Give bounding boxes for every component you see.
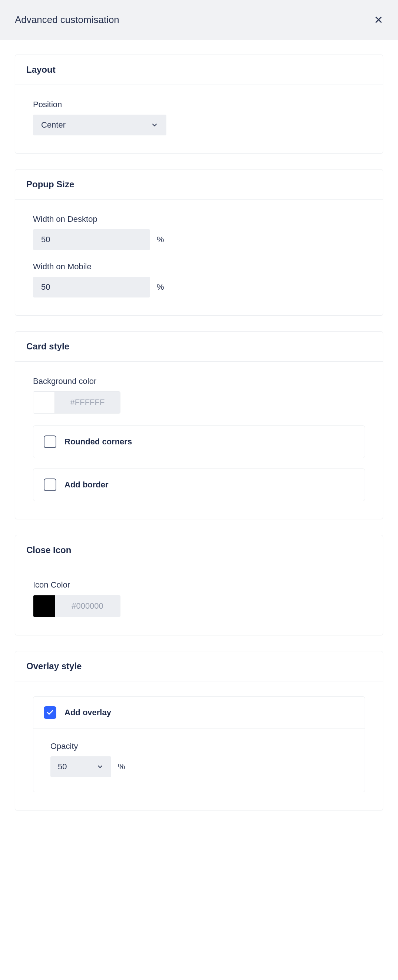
width-mobile-input[interactable] [33, 277, 150, 298]
modal-content: Layout Position Center Popup Size Width … [0, 40, 398, 833]
unit-percent: % [157, 282, 164, 292]
opacity-label: Opacity [51, 741, 347, 751]
section-title: Popup Size [26, 179, 372, 189]
chevron-down-icon [151, 121, 158, 129]
bg-color-label: Background color [33, 377, 365, 386]
position-label: Position [33, 100, 365, 110]
add-border-toggle[interactable]: Add border [33, 468, 365, 501]
popup-size-section: Popup Size Width on Desktop % Width on M… [15, 169, 383, 316]
bg-color-picker: #FFFFFF [33, 391, 121, 414]
position-select[interactable]: Center [33, 115, 166, 135]
card-style-section: Card style Background color #FFFFFF Roun… [15, 331, 383, 519]
icon-color-swatch[interactable] [33, 595, 55, 617]
opacity-value: 50 [58, 762, 96, 772]
bg-color-value[interactable]: #FFFFFF [55, 392, 120, 413]
modal-title: Advanced customisation [15, 14, 119, 25]
unit-percent: % [157, 235, 164, 245]
add-overlay-toggle[interactable]: Add overlay [33, 697, 365, 729]
section-header: Close Icon [15, 535, 383, 565]
section-header: Card style [15, 332, 383, 362]
section-title: Card style [26, 341, 372, 352]
rounded-corners-label: Rounded corners [65, 437, 132, 447]
section-header: Layout [15, 55, 383, 85]
opacity-select[interactable]: 50 [51, 756, 111, 777]
section-header: Overlay style [15, 651, 383, 681]
checkbox-icon [44, 436, 56, 448]
width-desktop-label: Width on Desktop [33, 215, 365, 224]
icon-color-value[interactable]: #000000 [55, 595, 120, 617]
position-value: Center [41, 120, 151, 130]
bg-color-swatch[interactable] [33, 392, 55, 413]
section-title: Overlay style [26, 661, 372, 671]
checkbox-checked-icon [44, 706, 56, 719]
icon-color-picker: #000000 [33, 595, 121, 617]
layout-section: Layout Position Center [15, 54, 383, 154]
close-icon-section: Close Icon Icon Color #000000 [15, 535, 383, 635]
section-title: Layout [26, 65, 372, 75]
width-desktop-input[interactable] [33, 229, 150, 250]
overlay-style-section: Overlay style Add overlay Opacity 50 [15, 651, 383, 810]
overlay-subcard: Add overlay Opacity 50 % [33, 696, 365, 792]
rounded-corners-toggle[interactable]: Rounded corners [33, 425, 365, 458]
section-header: Popup Size [15, 170, 383, 200]
width-mobile-label: Width on Mobile [33, 262, 365, 272]
add-border-label: Add border [65, 480, 109, 490]
modal-header: Advanced customisation ✕ [0, 0, 398, 40]
close-icon[interactable]: ✕ [374, 14, 383, 25]
chevron-down-icon [96, 763, 104, 770]
unit-percent: % [118, 762, 125, 772]
add-overlay-label: Add overlay [65, 708, 111, 718]
icon-color-label: Icon Color [33, 580, 365, 590]
checkbox-icon [44, 479, 56, 491]
section-title: Close Icon [26, 545, 372, 555]
